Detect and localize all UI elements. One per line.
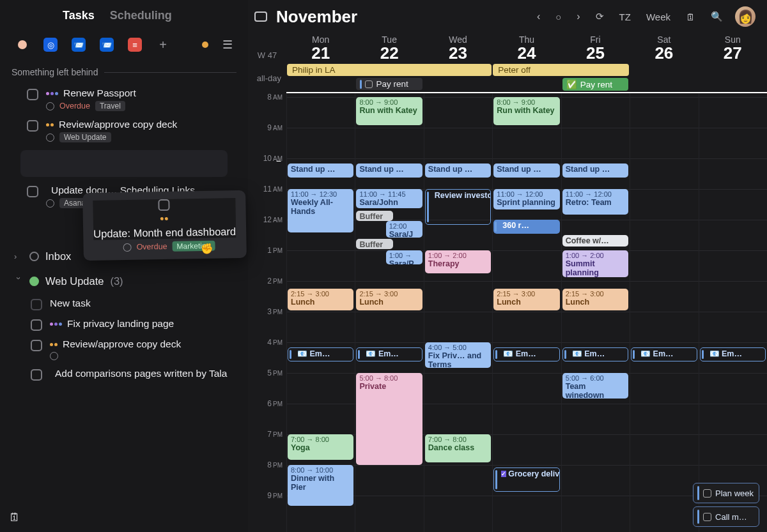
view-selector[interactable]: Week [643,10,674,24]
view-icon[interactable] [254,11,267,22]
checkbox-icon[interactable] [703,513,711,521]
event-title: Sara/J [389,230,419,238]
day-column[interactable]: 📧 Em… [630,92,698,532]
allday-item[interactable]: Pay rent [356,78,422,90]
calendar-event[interactable]: 📧 Em… [493,347,559,361]
integration-outlook-2[interactable]: 📨 [100,38,114,52]
calendar-grid[interactable]: Stand up …11:00 → 12:30Weekly All-Hands2… [286,92,767,532]
calendar-event[interactable]: Stand up … [425,163,491,178]
day-column[interactable]: 📧 Em… [699,92,767,532]
integration-asana[interactable] [15,38,29,52]
checkbox-checked-icon[interactable]: ✓ [501,471,506,477]
calendar-event[interactable]: 5:00 → 6:00Team winedown [562,373,628,399]
dragging-task-card[interactable]: Update: Month end dashboard Overdue Mark… [82,190,247,261]
integration-add[interactable]: + [156,38,170,52]
calendar-event[interactable]: Review investor update deck [425,189,491,225]
calendar-event[interactable]: 8:00 → 9:00Run with Katey [356,97,422,125]
refresh-icon[interactable]: ⟳ [593,9,607,24]
today-button[interactable]: ○ [552,10,564,24]
calendar-event[interactable]: 11:00 → 12:30Weekly All-Hands [288,189,353,232]
calendar-event[interactable]: 📧 Em… [562,347,628,361]
checkbox-icon[interactable] [27,89,38,100]
calendar-icon[interactable]: 🗓 [683,10,699,24]
calendar-event[interactable]: Stand up … [562,163,628,178]
day-column[interactable]: Stand up …Review investor update deck1:0… [424,92,492,532]
calendar-event[interactable]: 2:15 → 3:00Lunch [356,289,422,310]
calendar-event[interactable]: 11:00 → 12:00Sprint planning [493,189,559,209]
integration-todoist[interactable]: ≡ [128,38,142,52]
checkbox-icon[interactable] [31,369,42,381]
tab-tasks[interactable]: Tasks [63,9,95,22]
checkbox-icon[interactable] [27,186,38,197]
new-task-input[interactable]: New task [5,294,243,314]
prev-week-button[interactable]: ‹ [534,9,543,24]
calendar-event[interactable]: Stand up … [493,163,559,178]
calendar-event[interactable]: Stand up … [288,163,353,178]
day-header: Sat26 [630,34,698,63]
task-item[interactable]: Add comparisons pages written by Tala [5,364,243,384]
calendar-event[interactable]: 5:00 → 8:00Private [356,373,422,465]
day-column[interactable]: Stand up …11:00 → 12:30Weekly All-Hands2… [286,92,355,532]
calendar-event[interactable]: 360 r… [493,220,559,234]
avatar[interactable]: 👩 [735,6,755,27]
allday-item[interactable]: ✅Pay rent [562,78,628,91]
allday-span-event[interactable]: Peter off [493,64,629,76]
task-item[interactable]: Fix privacy landing page [5,314,243,335]
calendar-event[interactable]: 📧 Em… [631,347,697,361]
calendar-event[interactable]: Buffer [356,211,392,221]
event-title: Dance class [428,443,488,452]
checkbox-icon[interactable] [31,340,42,351]
timezone-button[interactable]: TZ [616,10,634,24]
calendar-event[interactable]: Buffer [356,239,392,249]
integration-outlook-1[interactable]: 📨 [72,38,86,52]
calendar-event[interactable]: 2:15 → 3:00Lunch [288,289,353,310]
tab-scheduling[interactable]: Scheduling [110,9,172,22]
task-item[interactable]: Renew Passport OverdueTravel [5,84,243,115]
mini-calendar-icon[interactable]: 🗓 [9,511,20,524]
calendar-event[interactable]: 8:00 → 9:00Run with Katey [493,97,559,125]
week-number: W 47 [248,34,286,63]
calendar-event[interactable]: 7:00 → 8:00Dance class [425,434,491,462]
checkbox-icon[interactable] [31,319,42,331]
collapse-icon[interactable]: − [276,156,281,166]
hour-label: 11AM [263,185,283,194]
calendar-event[interactable]: 1:00 →Sara/P [386,250,422,264]
integration-target[interactable]: ◎ [43,38,58,52]
calendar-event[interactable]: 📧 Em… [288,347,353,361]
event-bar [564,350,566,359]
floating-task[interactable]: Plan week [693,483,759,503]
task-item[interactable]: Review/approve copy deck Web Update [5,115,243,146]
day-column[interactable]: Stand up …11:00 → 12:00Retro: TeamCoffee… [561,92,630,532]
inbox-label: Inbox [45,250,71,262]
calendar-event[interactable]: Coffee w/… [562,235,628,247]
calendar-event[interactable]: ✓Grocery delivery [493,467,559,492]
sidebar-web-update[interactable]: › Web Update (3) [5,269,243,294]
calendar-event[interactable]: 11:00 → 11:45Sara/John [356,189,422,208]
allday-span-event[interactable]: Philip in LA [287,64,492,76]
calendar-event[interactable]: 📧 Em… [700,347,766,361]
calendar-event[interactable]: 12:00Sara/J [386,221,422,238]
calendar-event[interactable]: Stand up … [356,163,422,178]
checkbox-icon[interactable] [365,80,373,88]
day-column[interactable]: 8:00 → 9:00Run with KateyStand up …11:00… [355,92,423,532]
calendar-event[interactable]: 8:00 → 10:00Dinner with Pier [288,465,353,506]
next-week-button[interactable]: › [573,9,583,24]
calendar-event[interactable]: 2:15 → 3:00Lunch [562,289,628,310]
calendar-event[interactable]: 1:00 → 2:00Summit planning [562,250,628,277]
task-pill: Travel [95,101,125,111]
checkbox-icon[interactable] [27,120,38,132]
floating-task[interactable]: Call m… [693,506,759,527]
checkbox-icon[interactable] [159,199,170,211]
day-column[interactable]: 8:00 → 9:00Run with KateyStand up …11:00… [492,92,561,532]
calendar-event[interactable]: 📧 Em… [356,347,422,361]
calendar-event[interactable]: 2:15 → 3:00Lunch [493,289,559,310]
checkbox-icon[interactable] [703,489,711,498]
list-toggle-icon[interactable]: ☰ [222,38,233,52]
calendar-event[interactable]: 11:00 → 12:00Retro: Team [562,189,628,215]
calendar-event[interactable]: 7:00 → 8:00Yoga [288,434,353,460]
calendar-event[interactable]: 4:00 → 5:00Fix Priv… and Terms [425,342,491,368]
search-icon[interactable]: 🔍 [708,9,726,24]
calendar-event[interactable]: 1:00 → 2:00Therapy [425,250,491,273]
task-item[interactable]: Review/approve copy deck [5,335,243,364]
filter-dot[interactable] [202,42,208,48]
